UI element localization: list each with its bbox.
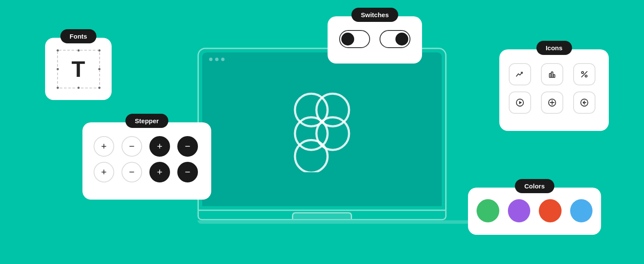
stepper-btn-6[interactable]: − — [122, 162, 142, 182]
fonts-letter: T — [72, 58, 85, 80]
laptop-foot — [197, 220, 498, 224]
svg-marker-12 — [519, 101, 522, 104]
stepper-btn-3[interactable]: + — [149, 136, 170, 157]
colors-label: Colors — [515, 179, 554, 193]
laptop-top-bar — [209, 58, 225, 61]
stepper-btn-1[interactable]: + — [94, 136, 114, 157]
corner-dot-bl — [56, 86, 59, 89]
icon-plus — [541, 91, 563, 114]
figma-logo — [288, 86, 356, 172]
icon-trend — [509, 63, 531, 85]
stepper-btn-7[interactable]: + — [149, 162, 170, 182]
switch-on[interactable] — [380, 30, 410, 48]
laptop-notch — [292, 212, 352, 219]
svg-point-10 — [585, 75, 587, 77]
stepper-btn-8[interactable]: − — [177, 162, 198, 182]
laptop-base — [197, 211, 447, 220]
icons-label: Icons — [536, 41, 572, 55]
svg-point-3 — [316, 117, 349, 150]
fonts-label: Fonts — [60, 29, 97, 43]
laptop-screen-outer — [197, 48, 447, 211]
color-green — [477, 199, 499, 222]
colors-card: Colors — [468, 188, 601, 235]
switches-label: Switches — [351, 8, 398, 22]
switch-thumb-on — [395, 33, 408, 46]
switch-off[interactable] — [339, 30, 370, 48]
icons-grid — [509, 63, 599, 114]
svg-rect-7 — [553, 75, 555, 77]
stepper-card: Stepper + − + − + − + − — [82, 122, 211, 200]
color-blue — [570, 199, 593, 222]
window-dot-2 — [215, 58, 219, 61]
icons-card: Icons — [499, 49, 609, 131]
corner-dot-mb — [77, 86, 80, 89]
icon-play — [509, 91, 531, 114]
svg-rect-6 — [551, 72, 553, 78]
corner-dot-mt — [77, 49, 80, 52]
fonts-frame: T — [57, 50, 100, 88]
corner-dot-ml — [56, 67, 59, 70]
icon-bar-chart — [541, 63, 563, 85]
icon-back — [573, 91, 595, 114]
window-dot-1 — [209, 58, 213, 61]
svg-line-8 — [582, 72, 587, 77]
corner-dot-mr — [98, 67, 101, 70]
corner-dot-tr — [98, 49, 101, 52]
svg-rect-5 — [550, 73, 551, 77]
window-dot-3 — [221, 58, 225, 61]
svg-point-4 — [295, 140, 328, 172]
fonts-card: Fonts T — [45, 38, 112, 100]
corner-dot-tl — [56, 49, 59, 52]
stepper-grid: + − + − + − + − — [94, 136, 200, 182]
svg-point-9 — [582, 72, 584, 74]
stepper-btn-5[interactable]: + — [94, 162, 114, 182]
switches-card: Switches — [328, 16, 422, 64]
laptop — [197, 48, 447, 224]
color-purple — [508, 199, 531, 222]
stepper-btn-4[interactable]: − — [177, 136, 198, 157]
color-red — [539, 199, 562, 222]
switch-thumb-off — [341, 33, 354, 46]
icon-percent — [573, 63, 595, 85]
stepper-btn-2[interactable]: − — [122, 136, 142, 157]
laptop-screen-inner — [202, 52, 442, 206]
stepper-label: Stepper — [125, 114, 168, 128]
corner-dot-br — [98, 86, 101, 89]
